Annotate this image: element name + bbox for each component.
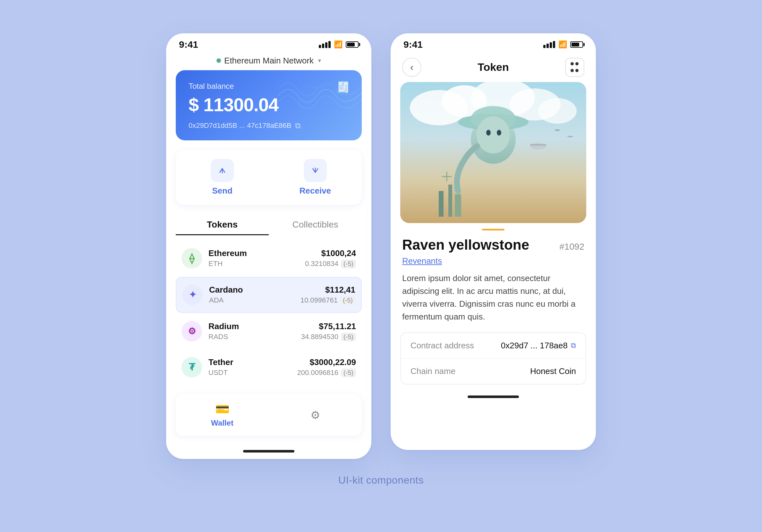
token-detail-header: ‹ Token xyxy=(391,52,596,82)
network-label: Ethereum Main Network xyxy=(224,56,314,66)
balance-address: 0x29D7d1dd5B ... 47c178aE86B ⧉ xyxy=(189,121,349,130)
token-name-rads: Radium xyxy=(208,321,295,331)
svg-rect-18 xyxy=(455,194,461,217)
svg-point-15 xyxy=(497,130,501,136)
token-amount-eth: $1000,24 0.3210834 (-5) xyxy=(305,248,356,268)
contract-box: Contract address 0x29d7 ... 178ae8 ⧉ Cha… xyxy=(400,332,586,385)
wifi-icon-right: 📶 xyxy=(558,40,567,49)
token-usd-rads: $75,11.21 xyxy=(301,321,356,331)
svg-point-21 xyxy=(530,143,546,149)
token-symbol-rads: RADS xyxy=(208,333,295,341)
svg-point-9 xyxy=(538,98,576,124)
signal-bars-left xyxy=(319,41,331,48)
signal-bar-3 xyxy=(325,42,328,48)
dot-3 xyxy=(571,69,574,72)
token-icon-rads: ⚙ xyxy=(182,321,202,342)
signal-bar-r3 xyxy=(550,42,552,48)
dot-2 xyxy=(575,62,578,65)
status-bar-left: 9:41 📶 xyxy=(166,33,371,52)
token-list: ⟠ Ethereum ETH $1000,24 0.3210834 (-5) xyxy=(176,241,362,385)
bottom-nav: 💳 Wallet ⚙ xyxy=(176,394,362,436)
nav-wallet-label: Wallet xyxy=(211,419,233,428)
token-qty-usdt: 200.0096816 (-5) xyxy=(297,368,356,377)
tabs-row: Tokens Collectibles xyxy=(176,214,362,235)
svg-rect-17 xyxy=(448,185,452,217)
chain-name-value: Honest Coin xyxy=(530,366,576,376)
nft-image-inner xyxy=(400,82,586,223)
battery-fill-right xyxy=(572,43,579,46)
token-qty-eth: 0.3210834 (-5) xyxy=(305,260,356,268)
back-chevron-icon: ‹ xyxy=(410,61,414,73)
token-change-ada: (-5) xyxy=(340,296,355,305)
token-usd-ada: $112,41 xyxy=(300,285,355,295)
balance-card: 🧾 Total balance $ 11300.04 0x29D7d1dd5B … xyxy=(176,70,362,140)
token-row-rads[interactable]: ⚙ Radium RADS $75,11.21 34.8894530 (-5) xyxy=(176,314,362,349)
nav-wallet-button[interactable]: 💳 Wallet xyxy=(176,403,269,428)
battery-fill-left xyxy=(347,43,355,46)
status-bar-right: 9:41 📶 xyxy=(391,33,596,52)
token-name-eth: Ethereum xyxy=(208,248,299,258)
home-indicator-right xyxy=(468,395,519,398)
token-usd-eth: $1000,24 xyxy=(305,248,356,258)
token-row-eth[interactable]: ⟠ Ethereum ETH $1000,24 0.3210834 (-5) xyxy=(176,241,362,276)
token-symbol-eth: ETH xyxy=(208,260,299,268)
signal-bar-1 xyxy=(319,45,321,48)
token-amount-usdt: $3000,22.09 200.0096816 (-5) xyxy=(297,357,356,377)
token-qty-ada: 10.0996761 (-5) xyxy=(300,296,355,305)
copy-address-icon[interactable]: ⧉ xyxy=(295,121,300,130)
tab-tokens[interactable]: Tokens xyxy=(176,214,269,235)
battery-icon-left xyxy=(346,41,358,48)
token-info-ada: Cardano ADA xyxy=(209,285,294,304)
left-phone-frame: 9:41 📶 Ethereum Main Ne xyxy=(166,33,371,459)
nft-collection-link[interactable]: Revenants xyxy=(402,256,584,266)
time-right: 9:41 xyxy=(404,39,423,50)
nft-title: Raven yellowstone xyxy=(402,237,529,253)
token-symbol-usdt: USDT xyxy=(208,368,290,377)
footer-label: UI-kit components xyxy=(338,474,424,486)
nav-settings-button[interactable]: ⚙ xyxy=(269,403,362,428)
action-row: Send Receive xyxy=(176,150,362,205)
receive-button[interactable]: Receive xyxy=(269,159,362,196)
copy-contract-icon[interactable]: ⧉ xyxy=(571,341,576,350)
svg-rect-16 xyxy=(439,191,443,217)
network-bar[interactable]: Ethereum Main Network ▾ xyxy=(166,52,371,70)
status-icons-right: 📶 xyxy=(543,40,583,49)
token-name-usdt: Tether xyxy=(208,357,290,367)
phones-row: 9:41 📶 Ethereum Main Ne xyxy=(166,33,596,459)
nft-id: #1092 xyxy=(559,242,584,252)
balance-label: Total balance xyxy=(189,82,349,91)
send-button[interactable]: Send xyxy=(176,159,269,196)
nft-image xyxy=(400,82,586,223)
settings-nav-icon: ⚙ xyxy=(310,409,320,422)
token-change-rads: (-5) xyxy=(341,333,356,341)
token-symbol-ada: ADA xyxy=(209,296,294,304)
token-info-eth: Ethereum ETH xyxy=(208,248,299,268)
more-options-button[interactable] xyxy=(565,58,584,77)
wallet-nav-icon: 💳 xyxy=(215,403,230,416)
contract-address-value: 0x29d7 ... 178ae8 ⧉ xyxy=(501,341,576,351)
wifi-icon-left: 📶 xyxy=(334,40,343,49)
token-info-rads: Radium RADS xyxy=(208,321,295,341)
token-change-usdt: (-5) xyxy=(341,368,356,377)
token-icon-usdt: ₮ xyxy=(182,357,202,377)
address-text: 0x29D7d1dd5B ... 47c178aE86B xyxy=(189,121,291,130)
token-row-usdt[interactable]: ₮ Tether USDT $3000,22.09 200.0096816 (-… xyxy=(176,350,362,385)
send-label: Send xyxy=(212,186,233,196)
send-icon xyxy=(211,159,234,182)
signal-bar-r4 xyxy=(553,41,555,48)
right-phone-frame: 9:41 📶 ‹ xyxy=(391,33,596,450)
contract-address-label: Contract address xyxy=(411,341,474,351)
token-qty-rads: 34.8894530 (-5) xyxy=(301,333,356,341)
network-chevron-icon: ▾ xyxy=(318,57,321,64)
signal-bars-right xyxy=(543,41,555,48)
signal-bar-r2 xyxy=(547,43,549,48)
back-button[interactable]: ‹ xyxy=(402,58,421,77)
svg-point-14 xyxy=(486,130,491,136)
tab-collectibles[interactable]: Collectibles xyxy=(269,214,362,235)
token-name-ada: Cardano xyxy=(209,285,294,295)
chain-name-label: Chain name xyxy=(411,366,455,376)
status-icons-left: 📶 xyxy=(319,40,358,49)
nft-title-row: Raven yellowstone #1092 xyxy=(402,237,584,253)
nft-info: Raven yellowstone #1092 Revenants Lorem … xyxy=(391,231,596,332)
token-row-ada[interactable]: ✦ Cardano ADA $112,41 10.0996761 (-5) xyxy=(176,277,362,313)
